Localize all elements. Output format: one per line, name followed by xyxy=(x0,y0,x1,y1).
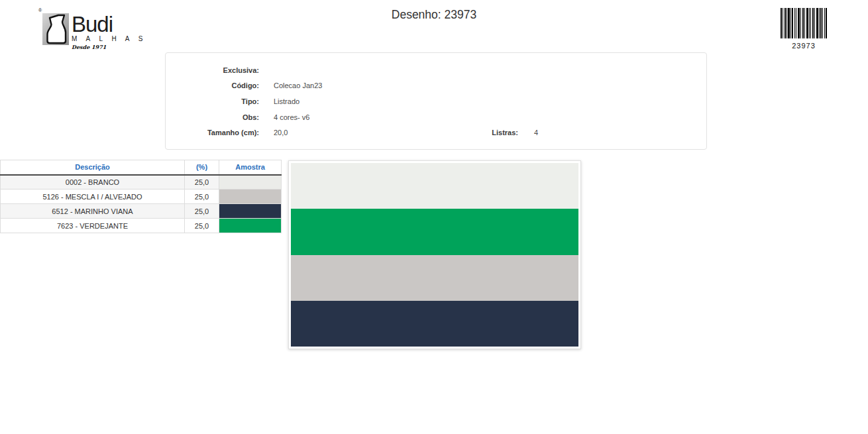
logo-since: Desde 1971 xyxy=(72,44,146,50)
table-row: 6512 - MARINHO VIANA 25,0 xyxy=(1,204,282,219)
field-label: Código: xyxy=(166,81,259,89)
page-title: Desenho: 23973 xyxy=(0,8,868,22)
header-percent: (%) xyxy=(185,160,219,175)
barcode-bars-icon xyxy=(781,8,827,38)
color-desc: 6512 - MARINHO VIANA xyxy=(1,204,185,219)
field-label: Exclusiva: xyxy=(166,66,259,74)
stripe-marinho xyxy=(291,301,578,347)
field-label: Obs: xyxy=(166,113,259,121)
field-value: Listrado xyxy=(274,97,299,105)
color-pct: 25,0 xyxy=(185,175,219,190)
report-page: ® Budi M A L H A S Desde 1971 Desenho: 2… xyxy=(0,0,868,434)
field-value: 20,0 xyxy=(274,129,288,136)
table-row: 7623 - VERDEJANTE 25,0 xyxy=(1,219,282,233)
field-value: 4 cores- v6 xyxy=(274,113,309,121)
header-amostra: Amostra xyxy=(219,160,282,175)
field-listras-value: 4 xyxy=(534,129,538,136)
field-tamanho: Tamanho (cm): 20,0 Listras: 4 xyxy=(166,125,706,140)
barcode-value: 23973 xyxy=(781,42,827,50)
design-info-panel: Exclusiva: Código: Colecao Jan23 Tipo: L… xyxy=(165,52,707,150)
color-swatch xyxy=(219,219,282,233)
stripe-branco xyxy=(291,163,578,209)
table-row: 5126 - MESCLA I / ALVEJADO 25,0 xyxy=(1,190,282,204)
barcode: 23973 xyxy=(781,8,827,50)
color-pct: 25,0 xyxy=(185,204,219,219)
table-row: 0002 - BRANCO 25,0 xyxy=(1,175,282,190)
header-descricao: Descrição xyxy=(1,160,185,175)
table-header-row: Descrição (%) Amostra xyxy=(1,160,282,175)
field-value: Colecao Jan23 xyxy=(274,81,322,89)
color-swatch xyxy=(219,204,282,219)
color-swatch xyxy=(219,175,282,190)
color-desc: 7623 - VERDEJANTE xyxy=(1,219,185,233)
logo-subtitle: M A L H A S xyxy=(72,35,146,42)
stripe-verdejante xyxy=(291,209,578,254)
stripe-stack xyxy=(291,163,578,347)
field-label: Tipo: xyxy=(166,97,259,105)
stripe-pattern-preview xyxy=(288,160,581,349)
field-label: Tamanho (cm): xyxy=(166,129,259,136)
color-composition-table: Descrição (%) Amostra 0002 - BRANCO 25,0… xyxy=(0,160,282,233)
field-obs: Obs: 4 cores- v6 xyxy=(166,109,706,125)
field-tipo: Tipo: Listrado xyxy=(166,93,706,109)
field-listras-label: Listras: xyxy=(425,129,518,136)
color-pct: 25,0 xyxy=(185,190,219,204)
color-swatch xyxy=(219,190,282,204)
color-desc: 0002 - BRANCO xyxy=(1,175,185,190)
color-pct: 25,0 xyxy=(185,219,219,233)
color-desc: 5126 - MESCLA I / ALVEJADO xyxy=(1,190,185,204)
field-exclusiva: Exclusiva: xyxy=(166,62,706,78)
stripe-mescla xyxy=(291,255,578,301)
field-codigo: Código: Colecao Jan23 xyxy=(166,78,706,94)
